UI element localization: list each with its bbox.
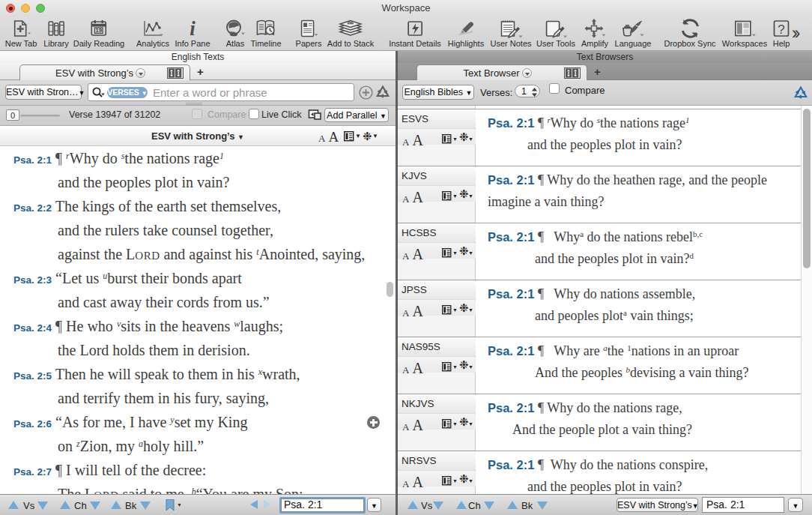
svg-text:19: 19 [96, 27, 102, 34]
svg-text:?: ? [778, 22, 784, 36]
